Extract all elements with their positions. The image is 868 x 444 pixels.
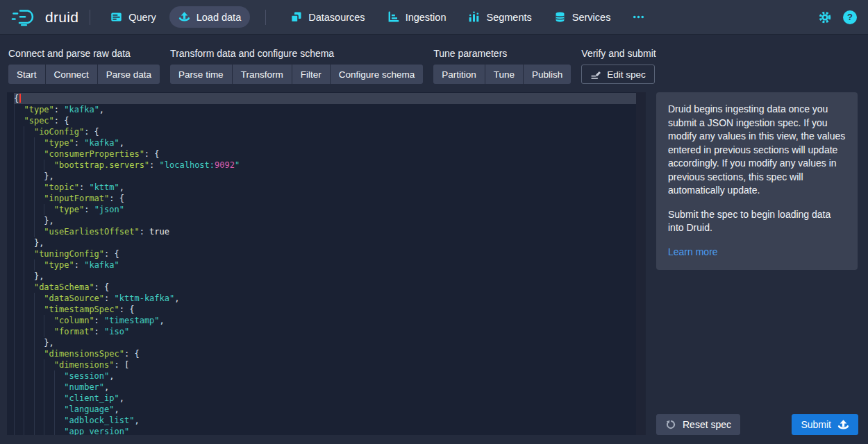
code-token: { [14, 94, 19, 103]
code-line: "dimensions": [ [14, 359, 636, 370]
code-token: , [160, 316, 165, 325]
indent-guide [34, 204, 44, 215]
indent-guide [34, 148, 44, 160]
code-token: : [144, 149, 149, 159]
code-token: "consumerProperties" [44, 149, 144, 159]
services-icon [554, 11, 566, 23]
indent-guide [34, 137, 44, 148]
code-line: "useEarliestOffset": true [14, 226, 636, 237]
indent-guide [24, 348, 33, 359]
code-token [99, 316, 104, 325]
code-token: { [89, 127, 99, 137]
code-token: "language" [64, 404, 114, 414]
spec-editor[interactable]: { "type": "kafka", "spec": { "ioConfig":… [7, 92, 646, 435]
submit-button[interactable]: Submit [792, 414, 858, 435]
brand-name: druid [45, 9, 78, 26]
info-paragraph: Druid begins ingesting data once you sub… [668, 103, 846, 198]
step-button-label: Parse time [178, 69, 224, 80]
indent-guide [34, 415, 44, 426]
nav-item-load-data[interactable]: Load data [169, 6, 251, 28]
step-button-parse-data[interactable]: Parse data [98, 65, 160, 84]
code-token: "type" [44, 260, 74, 270]
code-token [109, 293, 114, 303]
indent-guide [24, 182, 33, 193]
nav-item-more[interactable] [624, 6, 653, 28]
indent-guide [14, 137, 24, 148]
code-token: { [124, 305, 134, 314]
step-button-filter[interactable]: Filter [292, 65, 330, 84]
indent-guide [34, 226, 44, 237]
indent-guide [14, 104, 24, 115]
code-line: }, [14, 337, 636, 348]
indent-guide [24, 215, 33, 226]
code-token: "inputFormat" [44, 194, 109, 203]
indent-guide [24, 404, 33, 415]
indent-guide [44, 370, 53, 382]
code-token: { [115, 194, 124, 203]
code-line: "consumerProperties": { [14, 148, 636, 160]
navbar-divider [265, 10, 266, 25]
code-line: }, [14, 271, 636, 282]
indent-guide [14, 282, 24, 293]
nav-item-label: Segments [486, 12, 531, 23]
step-button-edit-spec[interactable]: Edit spec [581, 65, 655, 84]
code-token: : [74, 138, 79, 148]
nav-item-query[interactable]: Query [101, 6, 165, 28]
code-token: }, [44, 216, 53, 225]
code-token: , [99, 105, 104, 114]
step-button-tune[interactable]: Tune [485, 65, 523, 84]
editor-scrollbar[interactable] [636, 92, 646, 435]
nav-item-services[interactable]: Services [545, 6, 620, 28]
code-line: "bootstrap.servers": "localhost:9092" [14, 160, 636, 171]
nav-item-label: Query [128, 12, 156, 23]
step-button-label: Transform [241, 69, 283, 80]
step-button-connect[interactable]: Connect [46, 65, 97, 84]
indent-guide [14, 193, 24, 204]
code-line: }, [14, 171, 636, 182]
code-token: : [54, 116, 59, 126]
code-line: "topic": "kttm", [14, 182, 636, 193]
indent-guide [54, 382, 64, 393]
nav-item-datasources[interactable]: Datasources [281, 6, 374, 28]
nav-item-segments[interactable]: Segments [459, 6, 540, 28]
info-paragraph: Submit the spec to begin loading data in… [668, 208, 846, 235]
indent-guide [14, 337, 24, 348]
code-token: { [129, 349, 139, 359]
help-icon[interactable]: ? [843, 10, 857, 24]
settings-gear-icon[interactable] [818, 10, 832, 24]
indent-guide [34, 370, 44, 382]
indent-guide [14, 237, 24, 248]
nav-item-ingestion[interactable]: Ingestion [378, 6, 456, 28]
step-button-parse-time[interactable]: Parse time [170, 65, 232, 84]
indent-guide [44, 382, 53, 393]
indent-guide [24, 304, 33, 315]
step-button-publish[interactable]: Publish [524, 65, 571, 84]
code-area[interactable]: { "type": "kafka", "spec": { "ioConfig":… [7, 92, 636, 435]
submit-label: Submit [801, 419, 831, 430]
step-button-label: Configure schema [339, 69, 415, 80]
code-token: : [94, 316, 99, 325]
code-token: "tuningConfig" [34, 249, 104, 259]
indent-guide [34, 382, 44, 393]
code-line: "type": "json" [14, 204, 636, 215]
indent-guide [14, 160, 24, 171]
indent-guide [34, 348, 44, 359]
learn-more-link[interactable]: Learn more [668, 246, 718, 257]
indent-guide [24, 359, 33, 370]
code-line: }, [14, 237, 636, 248]
step-button-label: Connect [54, 69, 89, 80]
code-token: "column" [54, 316, 94, 325]
step-button-start[interactable]: Start [8, 65, 45, 84]
code-token: }, [44, 338, 53, 348]
step-button-partition[interactable]: Partition [433, 65, 485, 84]
indent-guide [24, 137, 33, 148]
reset-spec-button[interactable]: Reset spec [656, 414, 740, 435]
code-line: "number", [14, 382, 636, 393]
indent-guide [14, 426, 24, 435]
druid-logo[interactable]: druid [11, 8, 78, 26]
step-button-configure-schema[interactable]: Configure schema [331, 65, 424, 84]
indent-guide [24, 315, 33, 326]
code-line: "tuningConfig": { [14, 248, 636, 259]
step-button-transform[interactable]: Transform [233, 65, 292, 84]
step-button-group: StartConnectParse data [8, 65, 160, 84]
